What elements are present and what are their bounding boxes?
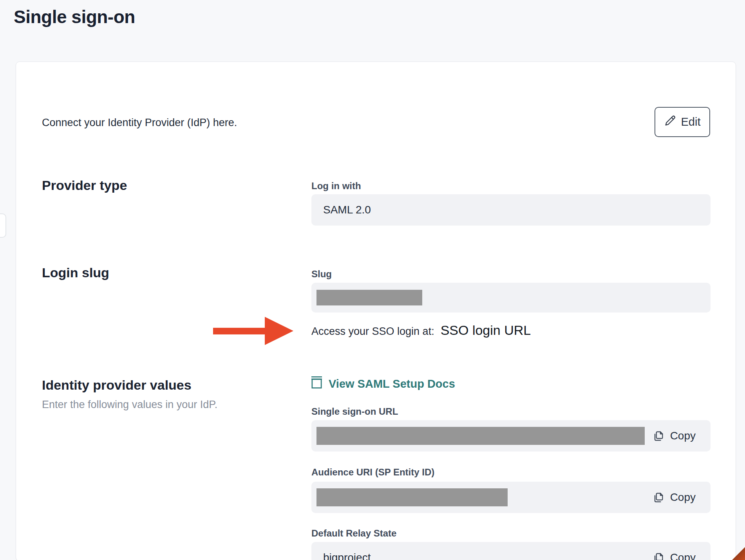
provider-type-value: SAML 2.0 bbox=[323, 204, 371, 216]
redacted-slug-value bbox=[316, 290, 422, 305]
provider-type-field: SAML 2.0 bbox=[311, 194, 711, 226]
copy-icon bbox=[653, 552, 664, 560]
pencil-icon bbox=[664, 115, 676, 129]
access-prefix: Access your SSO login at: bbox=[311, 325, 434, 338]
sso-login-access-line: Access your SSO login at: SSO login URL bbox=[311, 323, 531, 338]
log-in-with-label: Log in with bbox=[311, 181, 361, 191]
default-relay-state-value: bigproject bbox=[323, 551, 371, 560]
sso-url-field: Copy bbox=[311, 420, 711, 452]
copy-label: Copy bbox=[670, 491, 696, 504]
copy-button-audience-uri[interactable]: Copy bbox=[653, 491, 696, 504]
idp-values-subheading: Enter the following values in your IdP. bbox=[42, 399, 217, 411]
redacted-sso-url-value bbox=[316, 427, 645, 445]
redacted-audience-uri-value bbox=[316, 488, 508, 506]
default-relay-state-field: bigproject Copy bbox=[311, 542, 711, 560]
corner-artifact bbox=[731, 546, 745, 560]
red-arrow-annotation bbox=[213, 316, 294, 345]
view-saml-setup-docs-link[interactable]: View SAML Setup Docs bbox=[311, 376, 455, 392]
login-slug-heading: Login slug bbox=[42, 265, 109, 280]
copy-label: Copy bbox=[670, 551, 696, 560]
sso-url-label: Single sign-on URL bbox=[311, 406, 398, 417]
copy-button-sso-url[interactable]: Copy bbox=[653, 430, 696, 442]
default-relay-state-label: Default Relay State bbox=[311, 528, 396, 539]
slug-label: Slug bbox=[311, 269, 332, 280]
left-edge-handle[interactable] bbox=[0, 213, 6, 238]
audience-uri-label: Audience URI (SP Entity ID) bbox=[311, 467, 434, 478]
sso-login-url-value: SSO login URL bbox=[441, 323, 531, 338]
idp-values-heading: Identity provider values bbox=[42, 378, 192, 393]
copy-icon bbox=[653, 430, 664, 442]
journal-docs-icon bbox=[311, 376, 322, 392]
copy-icon bbox=[653, 492, 664, 503]
edit-button[interactable]: Edit bbox=[655, 107, 710, 137]
slug-field bbox=[311, 283, 711, 313]
copy-label: Copy bbox=[670, 430, 696, 442]
copy-button-default-relay-state[interactable]: Copy bbox=[653, 551, 696, 560]
docs-link-label: View SAML Setup Docs bbox=[329, 378, 455, 390]
sso-settings-page: Single sign-on Connect your Identity Pro… bbox=[0, 0, 745, 560]
audience-uri-field: Copy bbox=[311, 482, 711, 513]
intro-text: Connect your Identity Provider (IdP) her… bbox=[42, 117, 237, 129]
edit-button-label: Edit bbox=[681, 116, 701, 128]
provider-type-heading: Provider type bbox=[42, 178, 127, 193]
page-title: Single sign-on bbox=[14, 6, 135, 27]
sso-settings-card: Connect your Identity Provider (IdP) her… bbox=[16, 61, 736, 560]
